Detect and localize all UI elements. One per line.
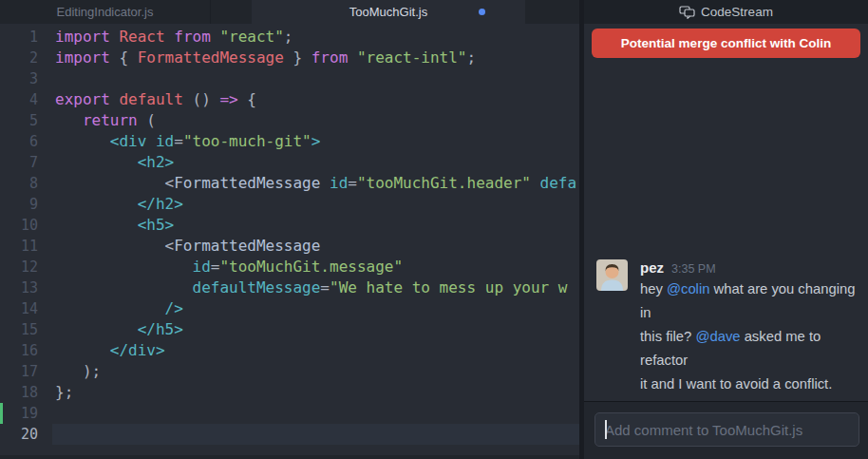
code-line[interactable]: <div id="too-much-git"> [52,131,579,152]
mention-link[interactable]: @dave [695,329,740,344]
code-line[interactable]: }; [52,382,579,403]
message-timestamp: 3:35 PM [671,262,716,276]
git-added-marker [0,403,3,424]
line-number[interactable]: 1 [0,27,52,48]
line-number[interactable]: 6 [0,131,52,152]
chat-bubbles-icon [679,6,695,19]
code-line[interactable]: export default () => { [52,89,579,110]
banner-label: Potential merge conflict with Colin [621,36,831,50]
message-line: it and I want to avoid a conflict. [640,373,857,396]
code-line[interactable] [52,68,579,89]
code-editor: 1234567891011121314151617181920 import R… [0,24,579,459]
avatar [596,259,628,291]
code-line[interactable]: <h5> [52,215,579,236]
editor-bottom-edge [0,455,579,459]
message-text: hey @colin what are you changing inthis … [640,277,857,396]
comment-input[interactable] [594,412,859,447]
line-number[interactable]: 5 [0,110,52,131]
line-number[interactable]: 20 [0,424,52,445]
line-number[interactable]: 2 [0,48,52,68]
chat-message: pez 3:35 PM hey @colin what are you chan… [584,259,868,396]
codestream-panel: CodeStream Potential merge conflict with… [584,0,868,459]
message-header: pez 3:35 PM [640,259,857,276]
line-number[interactable]: 14 [0,298,52,319]
code-lines[interactable]: import React from "react";import { Forma… [52,27,579,459]
panel-title: CodeStream [701,5,773,19]
code-line[interactable]: <h2> [52,152,579,173]
code-line[interactable]: import { FormattedMessage } from "react-… [52,48,579,68]
line-number[interactable]: 4 [0,89,52,110]
line-number[interactable]: 19 [0,403,52,424]
message-author: pez [640,259,664,276]
line-number[interactable]: 15 [0,319,52,340]
line-number[interactable]: 13 [0,277,52,298]
mention-link[interactable]: @colin [667,281,709,296]
line-number[interactable]: 7 [0,152,52,173]
line-number[interactable]: 17 [0,361,52,382]
code-line[interactable]: <FormattedMessage [52,236,579,257]
line-number[interactable]: 12 [0,257,52,277]
code-line[interactable]: /> [52,298,579,319]
tab-bar: EditingIndicator.js TooMuchGit.js [0,0,579,24]
code-line[interactable]: id="tooMuchGit.message" [52,257,579,277]
gutter[interactable]: 1234567891011121314151617181920 [0,27,52,459]
code-line[interactable] [52,424,579,445]
chat-scroll-area [584,58,868,259]
code-line[interactable]: <FormattedMessage id="tooMuchGit.header"… [52,173,579,194]
codestream-header: CodeStream [584,0,868,24]
line-number[interactable]: 8 [0,173,52,194]
editor-pane: EditingIndicator.js TooMuchGit.js 123456… [0,0,579,459]
code-line[interactable]: defaultMessage="We hate to mess up your … [52,277,579,298]
code-line[interactable] [52,403,579,424]
merge-conflict-banner[interactable]: Potential merge conflict with Colin [592,29,860,58]
tab-editing-indicator[interactable]: EditingIndicator.js [0,0,211,24]
comment-input-area [584,402,868,459]
code-line[interactable]: </h2> [52,194,579,215]
tab-too-much-git[interactable]: TooMuchGit.js [252,0,525,24]
code-line[interactable]: ); [52,361,579,382]
code-line[interactable]: return ( [52,110,579,131]
line-number[interactable]: 11 [0,236,52,257]
line-number[interactable]: 3 [0,68,52,89]
code-line[interactable]: </h5> [52,319,579,340]
code-line[interactable]: import React from "react"; [52,27,579,48]
line-number[interactable]: 10 [0,215,52,236]
line-number[interactable]: 9 [0,194,52,215]
message-body: pez 3:35 PM hey @colin what are you chan… [640,259,857,396]
line-number[interactable]: 16 [0,340,52,361]
tab-label: TooMuchGit.js [349,5,427,19]
message-line: hey @colin what are you changing in [640,277,857,325]
tab-label: EditingIndicator.js [57,5,154,19]
modified-indicator-dot[interactable] [479,9,485,15]
message-line: this file? @dave asked me to refactor [640,325,857,373]
app-window: EditingIndicator.js TooMuchGit.js 123456… [0,0,868,459]
code-line[interactable]: </div> [52,340,579,361]
line-number[interactable]: 18 [0,382,52,403]
